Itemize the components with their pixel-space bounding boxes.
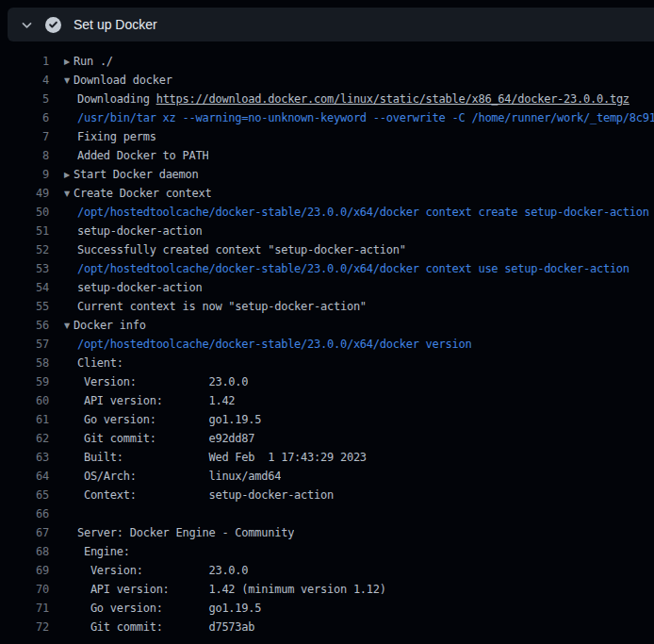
log-line[interactable]: 1▶Run ./ xyxy=(0,52,654,71)
check-circle-icon xyxy=(45,17,61,33)
line-number[interactable]: 59 xyxy=(0,372,49,391)
line-number[interactable]: 51 xyxy=(0,222,49,240)
line-number[interactable]: 49 xyxy=(0,184,49,203)
log-line: 57 /opt/hostedtoolcache/docker-stable/23… xyxy=(0,335,654,354)
line-content: Downloading https://download.docker.com/… xyxy=(49,90,629,108)
line-number[interactable]: 7 xyxy=(0,127,49,146)
line-number[interactable]: 61 xyxy=(0,410,49,429)
line-number[interactable]: 68 xyxy=(0,542,49,561)
line-content: /opt/hostedtoolcache/docker-stable/23.0.… xyxy=(49,335,471,354)
line-number[interactable]: 70 xyxy=(0,580,49,599)
line-content: Go version: go1.19.5 xyxy=(49,410,261,429)
line-number[interactable]: 4 xyxy=(0,71,49,90)
line-content: Current context is now "setup-docker-act… xyxy=(49,297,367,316)
line-number[interactable]: 66 xyxy=(0,504,49,523)
log-line: 61 Go version: go1.19.5 xyxy=(0,410,654,429)
group-title: Download docker xyxy=(74,74,172,87)
line-content: Git commit: e92dd87 xyxy=(49,429,254,448)
line-number[interactable]: 64 xyxy=(0,467,49,486)
log-text: Version: 23.0.0 xyxy=(64,564,248,577)
line-content: Context: setup-docker-action xyxy=(49,486,334,504)
log-text: Client: xyxy=(64,356,123,370)
log-text: Fixing perms xyxy=(64,130,156,143)
chevron-expanded-icon[interactable]: ▼ xyxy=(64,317,74,336)
line-number[interactable]: 56 xyxy=(0,316,49,335)
log-text: setup-docker-action xyxy=(64,224,202,238)
log-line: 70 API version: 1.42 (minimum version 1.… xyxy=(0,580,654,599)
line-content: Client: xyxy=(49,354,123,372)
line-content: Added Docker to PATH xyxy=(49,146,208,165)
line-content: ▶Run ./ xyxy=(49,52,113,71)
chevron-collapsed-icon[interactable]: ▶ xyxy=(64,166,74,185)
log-line: 62 Git commit: e92dd87 xyxy=(0,429,654,448)
line-number[interactable]: 52 xyxy=(0,240,49,259)
chevron-expanded-icon[interactable]: ▼ xyxy=(64,72,74,91)
line-number[interactable]: 1 xyxy=(0,52,49,71)
log-line: 52 Successfully created context "setup-d… xyxy=(0,240,654,259)
line-content: API version: 1.42 xyxy=(49,391,235,410)
line-number[interactable]: 55 xyxy=(0,297,49,316)
line-content: Built: Wed Feb 1 17:43:29 2023 xyxy=(49,448,367,467)
line-content: Version: 23.0.0 xyxy=(49,561,248,580)
line-number[interactable]: 50 xyxy=(0,203,49,222)
line-content: Go version: go1.19.5 xyxy=(49,599,261,618)
log-line: 68 Engine: xyxy=(0,542,654,561)
log-line: 8 Added Docker to PATH xyxy=(0,146,654,165)
line-number[interactable]: 9 xyxy=(0,165,49,184)
line-number[interactable]: 58 xyxy=(0,354,49,372)
line-content: Version: 23.0.0 xyxy=(49,372,248,391)
log-line: 53 /opt/hostedtoolcache/docker-stable/23… xyxy=(0,259,654,278)
line-content: OS/Arch: linux/amd64 xyxy=(49,467,281,486)
line-content: ▼Create Docker context xyxy=(49,184,211,203)
log-line: 6 /usr/bin/tar xz --warning=no-unknown-k… xyxy=(0,108,654,127)
log-text: Go version: go1.19.5 xyxy=(64,413,261,426)
line-content: /usr/bin/tar xz --warning=no-unknown-key… xyxy=(49,108,654,127)
log-line: 58 Client: xyxy=(0,354,654,372)
line-content: Git commit: d7573ab xyxy=(49,618,254,636)
line-content: Engine: xyxy=(49,542,130,561)
step-header[interactable]: Set up Docker xyxy=(8,8,654,41)
log-line: 55 Current context is now "setup-docker-… xyxy=(0,297,654,316)
log-line[interactable]: 9▶Start Docker daemon xyxy=(0,165,654,184)
group-title: Run ./ xyxy=(74,55,113,68)
log-line[interactable]: 4▼Download docker xyxy=(0,71,654,90)
command-text: /opt/hostedtoolcache/docker-stable/23.0.… xyxy=(64,262,629,275)
line-number[interactable]: 67 xyxy=(0,523,49,542)
line-number[interactable]: 53 xyxy=(0,259,49,278)
log-text: OS/Arch: linux/amd64 xyxy=(64,470,281,483)
chevron-expanded-icon[interactable]: ▼ xyxy=(64,185,74,204)
line-number[interactable]: 60 xyxy=(0,391,49,410)
line-number[interactable]: 54 xyxy=(0,278,49,297)
log-text: Server: Docker Engine - Community xyxy=(64,526,294,539)
line-content: setup-docker-action xyxy=(49,278,202,297)
line-number[interactable]: 72 xyxy=(0,618,49,636)
line-number[interactable]: 57 xyxy=(0,335,49,354)
log-link[interactable]: https://download.docker.com/linux/static… xyxy=(156,92,629,106)
chevron-down-icon[interactable] xyxy=(21,19,33,31)
log-line: 64 OS/Arch: linux/amd64 xyxy=(0,467,654,486)
log-text: Engine: xyxy=(64,545,130,558)
log-text: Go version: go1.19.5 xyxy=(64,602,261,615)
log-line[interactable]: 49▼Create Docker context xyxy=(0,184,654,203)
log-text: API version: 1.42 xyxy=(64,394,235,407)
line-content: Server: Docker Engine - Community xyxy=(49,523,294,542)
log-line: 59 Version: 23.0.0 xyxy=(0,372,654,391)
line-number[interactable]: 63 xyxy=(0,448,49,467)
line-content: Successfully created context "setup-dock… xyxy=(49,240,406,259)
log-text: Built: Wed Feb 1 17:43:29 2023 xyxy=(64,451,367,464)
log-text: Context: setup-docker-action xyxy=(64,488,334,502)
line-number[interactable]: 65 xyxy=(0,486,49,504)
line-number[interactable]: 5 xyxy=(0,90,49,108)
line-number[interactable]: 71 xyxy=(0,599,49,618)
log-line[interactable]: 56▼Docker info xyxy=(0,316,654,335)
log-line: 63 Built: Wed Feb 1 17:43:29 2023 xyxy=(0,448,654,467)
line-number[interactable]: 69 xyxy=(0,561,49,580)
command-text: /opt/hostedtoolcache/docker-stable/23.0.… xyxy=(64,338,471,351)
log-line: 50 /opt/hostedtoolcache/docker-stable/23… xyxy=(0,203,654,222)
line-content: setup-docker-action xyxy=(49,222,202,240)
chevron-collapsed-icon[interactable]: ▶ xyxy=(64,53,74,72)
line-number[interactable]: 6 xyxy=(0,108,49,127)
line-number[interactable]: 62 xyxy=(0,429,49,448)
log-text: Git commit: d7573ab xyxy=(64,620,254,634)
line-number[interactable]: 8 xyxy=(0,146,49,165)
